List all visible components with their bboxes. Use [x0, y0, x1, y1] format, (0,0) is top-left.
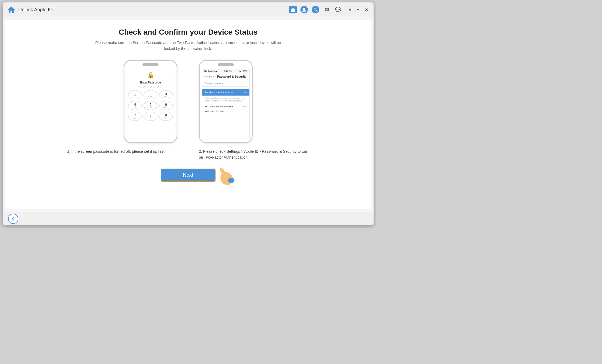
- hand-cursor-icon: [211, 159, 241, 192]
- settings-section2: Two-Factor Authentication On Your truste…: [202, 89, 249, 114]
- svg-rect-1: [292, 8, 294, 9]
- screen-title: Password & Security: [217, 75, 246, 78]
- settings-section1: Change password: [202, 80, 249, 87]
- next-button-wrap: Next: [161, 169, 215, 182]
- trusted-phone-label: TRUSTED PHONE NUMBER: [205, 105, 233, 108]
- separator1: [202, 88, 249, 88]
- next-button[interactable]: Next: [161, 169, 215, 182]
- phone2-screen: No Service ☁ 8:22 AM ▲ | 77% < Apple ID …: [202, 69, 250, 140]
- enter-passcode-text: Enter Passcode: [140, 81, 161, 84]
- svg-text:♪: ♪: [314, 8, 315, 11]
- titlebar-right: ♪ ✉ 💬 ≡ − ✕: [289, 6, 369, 13]
- titlebar: Unlock Apple ID ♪: [3, 2, 374, 17]
- dot6: [157, 86, 159, 88]
- keypad: 1 2ABC 3DEF 4GHI 5JKL 6MNO 7PQRS 8TUV 9W…: [128, 90, 173, 121]
- user-icon[interactable]: [300, 6, 308, 13]
- back-button[interactable]: [8, 214, 18, 224]
- menu-button[interactable]: ≡: [348, 7, 352, 13]
- settings-body: Change password Two-Factor Authenticatio…: [202, 80, 249, 140]
- key-8[interactable]: 8TUV: [144, 112, 157, 121]
- phone2-notch: [218, 63, 234, 66]
- phone1-wrap: 🔒 Enter Passcode 1: [124, 60, 177, 143]
- phone1: 🔒 Enter Passcode 1: [124, 60, 177, 143]
- phone1-screen: 🔒 Enter Passcode 1: [127, 69, 174, 140]
- main-content: Check and Confirm your Device Status Ple…: [5, 20, 371, 209]
- dot2: [143, 86, 145, 88]
- main-window: Unlock Apple ID ♪: [3, 2, 374, 225]
- key-2[interactable]: 2ABC: [144, 90, 157, 99]
- bottom-bar: [3, 212, 374, 225]
- desc1: 1. If the screen passcode is turned off,…: [67, 148, 177, 161]
- status-center: 8:22 AM: [224, 70, 232, 72]
- minimize-button[interactable]: −: [356, 7, 360, 13]
- trusted-phone-row: TRUSTED PHONE NUMBER Edit: [202, 104, 249, 109]
- two-factor-row: Two-Factor Authentication On: [202, 89, 249, 96]
- phone1-notch: [142, 63, 159, 66]
- status-bar: No Service ☁ 8:22 AM ▲ | 77%: [202, 69, 249, 73]
- key-9[interactable]: 9WXYZ: [159, 112, 173, 121]
- dot1: [139, 86, 141, 88]
- page-title: Check and Confirm your Device Status: [119, 28, 258, 37]
- dot7: [160, 86, 162, 88]
- phone2-wrap: No Service ☁ 8:22 AM ▲ | 77% < Apple ID …: [199, 60, 253, 143]
- change-password: Change password: [202, 80, 249, 86]
- key-4[interactable]: 4GHI: [128, 101, 142, 110]
- titlebar-left: Unlock Apple ID: [7, 5, 53, 14]
- toolbox-icon[interactable]: [289, 6, 297, 13]
- dot5: [153, 86, 155, 88]
- two-factor-label: Two-Factor Authentication: [205, 91, 233, 94]
- dots-row: [139, 86, 162, 88]
- descriptions-row: 1. If the screen passcode is turned off,…: [67, 148, 309, 161]
- lock-icon: 🔒: [147, 72, 154, 79]
- back-link: < Apple ID: [204, 75, 216, 78]
- page-subtitle: Please make sure the Screen Passcode and…: [94, 40, 282, 52]
- key-5[interactable]: 5JKL: [144, 101, 157, 110]
- svg-rect-0: [291, 9, 295, 12]
- key-7[interactable]: 7PQRS: [128, 112, 142, 121]
- key-6[interactable]: 6MNO: [159, 101, 173, 110]
- music-search-icon[interactable]: ♪: [312, 6, 319, 13]
- close-button[interactable]: ✕: [364, 7, 369, 13]
- key-1[interactable]: 1: [128, 90, 142, 99]
- phones-row: 🔒 Enter Passcode 1: [22, 60, 355, 143]
- status-left: No Service ☁: [204, 70, 217, 72]
- svg-rect-2: [292, 10, 294, 10]
- desc2: 2. Please check Settings > Apple ID> Pas…: [199, 148, 309, 161]
- chat-icon[interactable]: 💬: [334, 6, 342, 13]
- mail-icon[interactable]: ✉: [323, 6, 331, 13]
- svg-point-3: [303, 8, 305, 10]
- dot3: [146, 86, 148, 88]
- two-factor-note: Your trusted devices and phone numbers a…: [202, 96, 249, 104]
- settings-header: < Apple ID Password & Security: [202, 73, 249, 80]
- edit-link: Edit: [243, 105, 247, 108]
- titlebar-title: Unlock Apple ID: [18, 7, 53, 13]
- phone2: No Service ☁ 8:22 AM ▲ | 77% < Apple ID …: [199, 60, 253, 143]
- home-icon[interactable]: [7, 5, 16, 14]
- svg-line-5: [316, 10, 317, 12]
- status-right: ▲ | 77%: [239, 70, 247, 72]
- phone-number: +86 158 1367 5241: [202, 109, 249, 114]
- dot4: [150, 86, 152, 88]
- two-factor-value: On: [243, 91, 247, 94]
- key-3[interactable]: 3DEF: [159, 90, 173, 99]
- window-controls: ≡ − ✕: [348, 7, 369, 13]
